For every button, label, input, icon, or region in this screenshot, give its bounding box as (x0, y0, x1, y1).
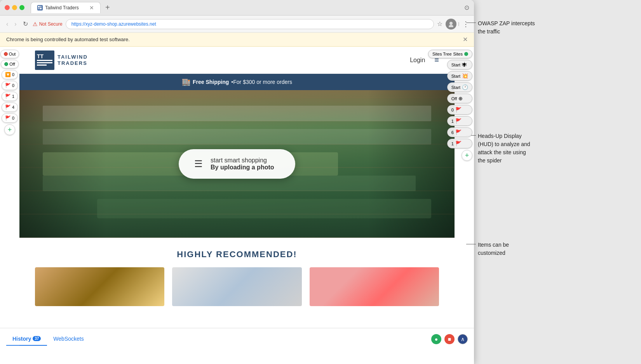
annotation-hud-text: Heads-Up Display(HUD) to analyze andatta… (478, 132, 530, 165)
product-card-2[interactable] (172, 267, 301, 306)
count-0-val: 0 (451, 108, 454, 112)
svg-rect-8 (37, 60, 52, 61)
recommended-section: HIGHLY RECOMMENDED! (19, 238, 455, 318)
svg-rect-9 (37, 62, 52, 63)
zap-start-1-button[interactable]: Start 🕷 (447, 60, 472, 70)
start-3-icon: 🕐 (462, 84, 468, 90)
browser-menu-icon[interactable]: ⋮ (462, 20, 469, 28)
websockets-tab[interactable]: WebSockets (47, 333, 90, 346)
logo-line2: TRADERS (57, 60, 88, 66)
sites-label: Sites (453, 52, 463, 56)
zap-start-3-button[interactable]: Start 🕐 (447, 82, 472, 92)
zap-add-left-button[interactable]: + (4, 124, 15, 135)
tab-favicon (37, 5, 43, 10)
bottom-bar: History 37 WebSockets ● ■ ∧ (0, 328, 474, 350)
smart-shopping-text: start smart shopping By uploading a phot… (211, 157, 274, 171)
recommended-title: HIGHLY RECOMMENDED! (35, 249, 439, 260)
zap-alert-flag-button[interactable]: 🚩 0 (2, 81, 18, 90)
maximize-button[interactable] (19, 5, 24, 10)
start-1-icon: 🕷 (462, 62, 467, 68)
site-logo: TT TAILWIND TRADERS (35, 51, 88, 70)
traffic-lights (5, 5, 24, 10)
alert-4-count: 4 (12, 105, 14, 110)
alert-flag-count: 0 (12, 83, 14, 88)
forward-button[interactable]: › (13, 19, 18, 29)
zap-add-right-button[interactable]: + (462, 150, 472, 161)
back-button[interactable]: ‹ (5, 19, 10, 29)
shipping-banner: 🏬 Free Shipping •For $300 or more orders (19, 74, 455, 90)
zap-alert-1-button[interactable]: 🚩 1 (2, 92, 18, 101)
count-6-flag: 🚩 (455, 129, 462, 135)
address-bar: ‹ › ↻ ⚠ Not Secure https://xyz-demo-shop… (0, 16, 474, 33)
zap-count-1-button[interactable]: 1 🚩 (447, 116, 472, 126)
shipping-rest: •For $300 or more orders (231, 79, 292, 85)
hero-image: ☰ start smart shopping By uploading a ph… (19, 90, 455, 238)
website-content: TT TAILWIND TRADERS Login ≡ (19, 47, 455, 350)
product-card-1[interactable] (35, 267, 164, 306)
product-card-3[interactable] (310, 267, 439, 306)
close-button[interactable] (5, 5, 10, 10)
zap-alert-4-button[interactable]: 🚩 4 (2, 103, 18, 112)
zap-off-right-button[interactable]: Off ⊕ (447, 94, 472, 103)
logo-svg: TT (35, 51, 54, 70)
websockets-tab-label: WebSockets (53, 336, 84, 342)
annotation-owasp-text: OWASP ZAP interceptsthe traffic (478, 19, 535, 36)
alert-0-count: 0 (12, 72, 14, 77)
record-button[interactable]: ● (431, 334, 441, 344)
zap-off-indicator (4, 62, 8, 66)
zap-count-1b-button[interactable]: 1 🚩 (447, 139, 472, 148)
annotation-owasp-line (466, 23, 476, 23)
svg-rect-3 (40, 8, 42, 9)
zap-out-indicator (4, 52, 8, 56)
svg-rect-10 (37, 64, 47, 66)
zap-count-0-button[interactable]: 0 🚩 (447, 105, 472, 115)
count-0-flag: 🚩 (455, 107, 462, 113)
alert-0b-count: 0 (12, 116, 14, 120)
svg-point-4 (449, 22, 453, 25)
profile-area: | (446, 19, 459, 30)
minimize-button[interactable] (12, 5, 17, 10)
zap-out-button[interactable]: Out (0, 50, 19, 58)
title-bar: Tailwind Traders ✕ + ⊙ (0, 0, 474, 16)
reload-button[interactable]: ↻ (21, 19, 30, 29)
smart-shopping-button[interactable]: ☰ start smart shopping By uploading a ph… (179, 149, 295, 179)
alert-1-count: 1 (12, 94, 14, 99)
annotation-items: Items can becustomized (478, 241, 509, 257)
zap-off-button[interactable]: Off (1, 60, 18, 68)
tab-bar: Tailwind Traders ✕ + (31, 2, 461, 14)
product-grid (35, 267, 439, 306)
stop-button[interactable]: ■ (444, 334, 455, 344)
zap-sites-bar[interactable]: Sites Tree Sites (428, 50, 472, 58)
automation-warning-bar: Chrome is being controlled by automated … (0, 33, 474, 47)
automation-warning-text: Chrome is being controlled by automated … (6, 37, 130, 42)
zap-start-buttons: Start 🕷 Start 💥 Start 🕐 Off ⊕ 0 🚩 (447, 60, 472, 148)
url-bar[interactable]: https://xyz-demo-shop.azurewebsites.net (66, 19, 434, 29)
annotation-items-text: Items can becustomized (478, 241, 509, 257)
alert-0b-icon: 🚩 (5, 115, 11, 121)
zap-count-6-button[interactable]: 6 🚩 (447, 127, 472, 137)
sites-tree-label: Sites Tree (432, 52, 452, 56)
count-6-val: 6 (451, 130, 454, 135)
count-1-flag: 🚩 (455, 118, 462, 124)
annotation-hud: Heads-Up Display(HUD) to analyze andatta… (478, 132, 530, 165)
zap-off-label: Off (9, 62, 15, 66)
tab-close-icon[interactable]: ✕ (89, 5, 94, 11)
zap-alert-0b-button[interactable]: 🚩 0 (2, 113, 18, 123)
login-button[interactable]: Login (410, 57, 425, 64)
smart-shopping-sub: By uploading a photo (211, 164, 274, 171)
zap-start-2-button[interactable]: Start 💥 (447, 71, 472, 81)
start-3-label: Start (451, 85, 460, 90)
zap-alert-0-button[interactable]: 🔽 0 (2, 70, 18, 79)
new-tab-button[interactable]: + (102, 2, 113, 14)
start-1-label: Start (451, 63, 460, 67)
count-1b-flag: 🚩 (455, 141, 462, 146)
count-1-val: 1 (451, 119, 454, 124)
browser-tab[interactable]: Tailwind Traders ✕ (31, 2, 101, 13)
alert-1-icon: 🚩 (5, 94, 11, 99)
alert-0-icon: 🔽 (5, 72, 11, 77)
start-2-icon: 💥 (462, 73, 468, 79)
bookmark-icon[interactable]: ☆ (437, 20, 442, 28)
automation-warning-close[interactable]: ✕ (463, 36, 468, 43)
warning-icon: ⚠ (33, 21, 38, 27)
annotation-owasp: OWASP ZAP interceptsthe traffic (478, 19, 535, 36)
